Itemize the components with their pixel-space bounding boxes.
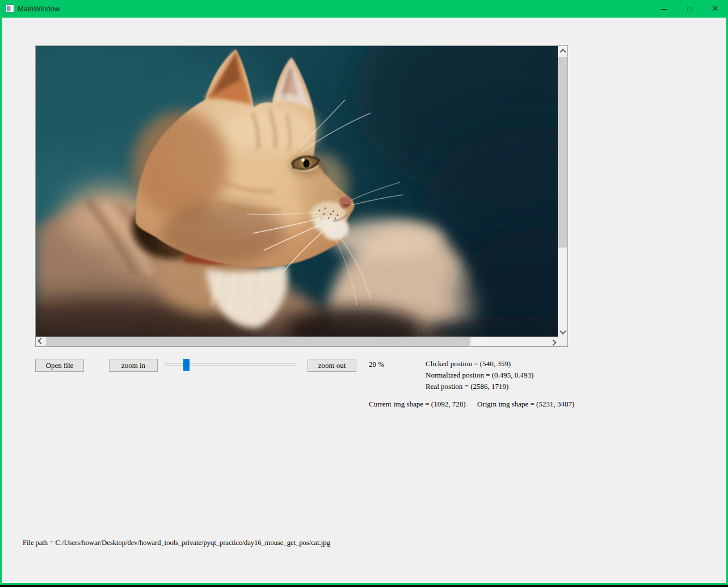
scroll-left-button[interactable]: [36, 337, 45, 346]
desktop-background: MainWindow ─ □ ×: [0, 0, 728, 587]
scroll-down-button[interactable]: [558, 327, 567, 337]
close-icon: ×: [712, 3, 718, 15]
maximize-button[interactable]: □: [677, 0, 702, 18]
zoom-in-button[interactable]: zoom in: [109, 359, 158, 372]
image-viewport[interactable]: [36, 46, 558, 337]
horizontal-scrollbar[interactable]: [36, 337, 558, 346]
scroll-up-button[interactable]: [558, 46, 567, 56]
zoom-slider-handle[interactable]: [183, 359, 190, 371]
close-button[interactable]: ×: [702, 0, 728, 18]
real-position-label: Real postion = (2586, 1719): [426, 382, 508, 391]
minimize-icon: ─: [662, 5, 667, 14]
title-bar[interactable]: MainWindow ─ □ ×: [0, 0, 728, 18]
minimize-button[interactable]: ─: [651, 0, 677, 18]
scrollbar-corner: [558, 337, 567, 346]
image-scroll-area: [35, 45, 568, 347]
zoom-out-button[interactable]: zoom out: [308, 359, 356, 372]
window-title: MainWindow: [18, 0, 60, 18]
cat-photo-image[interactable]: [36, 46, 558, 337]
main-window: MainWindow ─ □ ×: [0, 0, 728, 585]
scroll-left-icon: [37, 337, 44, 343]
clicked-position-label: Clicked postion = (540, 359): [426, 359, 511, 368]
zoom-slider[interactable]: [165, 358, 296, 371]
vertical-scrollbar-thumb[interactable]: [558, 57, 567, 248]
scroll-down-icon: [559, 328, 566, 334]
scroll-right-icon: [550, 339, 556, 345]
normalized-position-label: Normalized postion = (0.495, 0.493): [426, 371, 533, 380]
app-window-icon: [6, 5, 14, 12]
zoom-percent-label: 20 %: [369, 360, 384, 369]
scroll-right-button[interactable]: [548, 337, 558, 346]
horizontal-scrollbar-thumb[interactable]: [46, 337, 470, 346]
vertical-scrollbar[interactable]: [558, 46, 567, 337]
open-file-button[interactable]: Open file: [35, 359, 84, 372]
window-border-left: [0, 18, 2, 585]
scroll-up-icon: [559, 48, 566, 54]
maximize-icon: □: [688, 5, 692, 13]
origin-img-shape-label: Origin img shape = (5231, 3487): [477, 400, 574, 409]
file-path-label: File path = C:/Users/howar/Desktop/dev/h…: [23, 539, 330, 547]
window-border-bottom: [0, 583, 728, 585]
current-img-shape-label: Current img shape = (1092, 728): [369, 400, 466, 409]
